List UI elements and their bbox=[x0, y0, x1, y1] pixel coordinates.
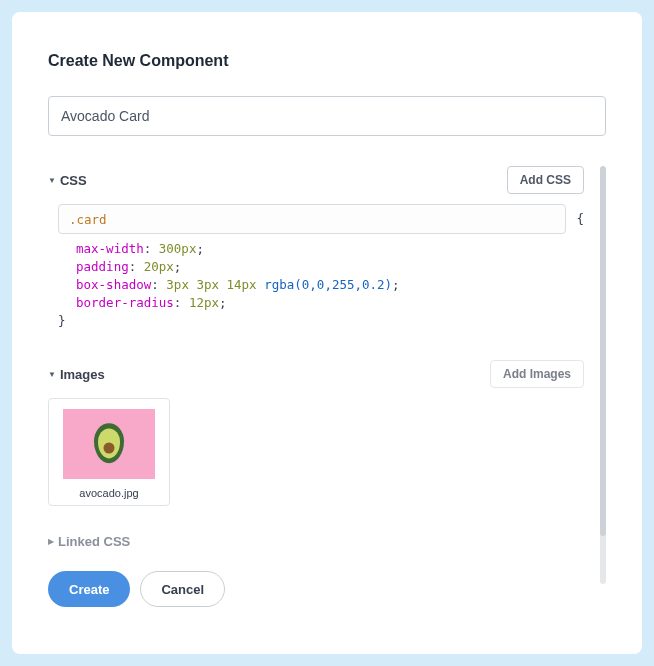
image-filename: avocado.jpg bbox=[59, 487, 159, 499]
linked-css-label: Linked CSS bbox=[58, 534, 130, 549]
image-thumbnail bbox=[63, 409, 155, 479]
add-css-button[interactable]: Add CSS bbox=[507, 166, 584, 194]
cancel-button[interactable]: Cancel bbox=[140, 571, 225, 607]
modal-title: Create New Component bbox=[48, 52, 606, 70]
component-name-input[interactable] bbox=[48, 96, 606, 136]
css-rule[interactable]: border-radius: 12px; bbox=[58, 294, 584, 312]
images-section-label: Images bbox=[60, 367, 105, 382]
close-brace: } bbox=[58, 312, 584, 330]
caret-down-icon: ▼ bbox=[48, 370, 56, 379]
open-brace: { bbox=[576, 210, 584, 228]
content-column: ▼ CSS Add CSS { max-width: 300px; paddin… bbox=[48, 166, 606, 607]
caret-down-icon: ▼ bbox=[48, 176, 56, 185]
footer-buttons: Create Cancel bbox=[48, 571, 584, 607]
css-rule[interactable]: padding: 20px; bbox=[58, 258, 584, 276]
images-section-header-row: ▼ Images Add Images bbox=[48, 360, 584, 388]
modal-body: ▼ CSS Add CSS { max-width: 300px; paddin… bbox=[48, 166, 606, 584]
scrollbar-track[interactable] bbox=[600, 166, 606, 584]
css-editor[interactable]: { max-width: 300px; padding: 20px; box-s… bbox=[58, 204, 584, 330]
css-rule[interactable]: box-shadow: 3px 3px 14px rgba(0,0,255,0.… bbox=[58, 276, 584, 294]
create-button[interactable]: Create bbox=[48, 571, 130, 607]
caret-right-icon: ▶ bbox=[48, 537, 54, 546]
css-rule[interactable]: max-width: 300px; bbox=[58, 240, 584, 258]
linked-css-section-toggle[interactable]: ▶ Linked CSS bbox=[48, 534, 584, 549]
css-section-header-row: ▼ CSS Add CSS bbox=[48, 166, 584, 194]
add-images-button[interactable]: Add Images bbox=[490, 360, 584, 388]
create-component-modal: Create New Component ▼ CSS Add CSS { max… bbox=[12, 12, 642, 654]
images-section-toggle[interactable]: ▼ Images bbox=[48, 367, 105, 382]
css-selector-input[interactable] bbox=[58, 204, 566, 234]
scrollbar-thumb[interactable] bbox=[600, 166, 606, 536]
css-section-label: CSS bbox=[60, 173, 87, 188]
image-tile[interactable]: avocado.jpg bbox=[48, 398, 170, 506]
css-section-toggle[interactable]: ▼ CSS bbox=[48, 173, 87, 188]
